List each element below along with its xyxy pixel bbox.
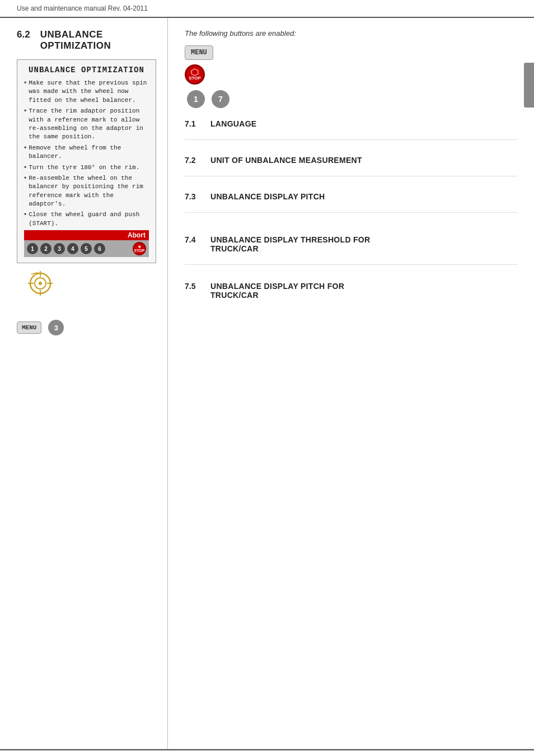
- left-column: 6.2 UNBALANCE OPTIMIZATION UNBALANCE OPT…: [0, 18, 168, 749]
- sub-section-72: 7.2 UNIT OF UNBALANCE MEASUREMENT: [185, 156, 517, 176]
- sub-section-74: 7.4 UNBALANCE DISPLAY THRESHOLD FORTRUCK…: [185, 235, 517, 265]
- sub-title-72: UNIT OF UNBALANCE MEASUREMENT: [210, 156, 362, 165]
- sub-heading-71: 7.1 LANGUAGE: [185, 119, 517, 128]
- circle-btn-7[interactable]: 7: [212, 90, 229, 108]
- sub-num-71: 7.1: [185, 119, 202, 128]
- num-circle-1[interactable]: 1: [27, 243, 38, 254]
- sub-heading-74: 7.4 UNBALANCE DISPLAY THRESHOLD FORTRUCK…: [185, 235, 517, 253]
- sub-num-72: 7.2: [185, 156, 202, 165]
- menu-button-right[interactable]: MENU: [185, 45, 213, 60]
- svg-marker-7: [191, 69, 198, 76]
- right-column: The following buttons are enabled: MENU …: [168, 18, 534, 749]
- header-text: Use and maintenance manual Rev. 04-2011: [17, 4, 148, 12]
- screen-box: UNBALANCE OPTIMIZATION Make sure that th…: [17, 59, 156, 263]
- bullet-item: Turn the tyre 180° on the rim.: [24, 164, 149, 172]
- sub-section-73: 7.3 UNBALANCE DISPLAY PITCH: [185, 192, 517, 213]
- sub-heading-72: 7.2 UNIT OF UNBALANCE MEASUREMENT: [185, 156, 517, 165]
- sub-num-74: 7.4: [185, 235, 202, 244]
- side-tab: [524, 63, 534, 108]
- sub-num-73: 7.3: [185, 192, 202, 201]
- page-header: Use and maintenance manual Rev. 04-2011: [0, 0, 534, 18]
- stop-btn-strip[interactable]: ★STOP: [133, 242, 146, 255]
- circle-btn-1[interactable]: 1: [187, 90, 205, 108]
- stop-label: STOP: [189, 76, 201, 81]
- target-icon-wrap: [28, 271, 156, 297]
- target-icon: [28, 271, 53, 296]
- num-circle-6[interactable]: 6: [94, 243, 105, 254]
- section-title-62: UNBALANCE OPTIMIZATION: [40, 29, 156, 52]
- stop-icon: [191, 68, 199, 76]
- svg-point-2: [39, 282, 42, 285]
- sub-heading-73: 7.3 UNBALANCE DISPLAY PITCH: [185, 192, 517, 201]
- abort-bar[interactable]: Abort: [24, 230, 149, 240]
- num-circle-3[interactable]: 3: [54, 243, 65, 254]
- stop-inner: STOP: [189, 68, 201, 81]
- num-circle-5[interactable]: 5: [81, 243, 92, 254]
- sub-title-75: UNBALANCE DISPLAY PITCH FORTRUCK/CAR: [210, 282, 344, 300]
- section-num-62: 6.2: [17, 29, 30, 40]
- bullet-item: Make sure that the previous spin was mad…: [24, 79, 149, 105]
- section-heading-62: 6.2 UNBALANCE OPTIMIZATION: [17, 29, 156, 52]
- sub-title-71: LANGUAGE: [210, 119, 257, 128]
- page-footer: [0, 749, 534, 756]
- stop-button[interactable]: STOP: [185, 64, 205, 85]
- abort-label: Abort: [128, 231, 146, 239]
- sub-title-73: UNBALANCE DISPLAY PITCH: [210, 192, 325, 201]
- screen-title: UNBALANCE OPTIMIZATION: [24, 66, 149, 74]
- bullet-item: Remove the wheel from the balancer.: [24, 144, 149, 161]
- bullet-item: Re-assemble the wheel on the balancer by…: [24, 174, 149, 209]
- page-wrapper: Use and maintenance manual Rev. 04-2011 …: [0, 0, 534, 756]
- bullet-item: Trace the rim adaptor position with a re…: [24, 107, 149, 142]
- sub-num-75: 7.5: [185, 282, 202, 291]
- bullet-item: Close the wheel guard and push (START).: [24, 211, 149, 228]
- menu-row: MENU 3: [17, 320, 156, 335]
- sub-section-71: 7.1 LANGUAGE: [185, 119, 517, 140]
- number-strip: 123456★STOP: [24, 240, 149, 257]
- sub-title-74: UNBALANCE DISPLAY THRESHOLD FORTRUCK/CAR: [210, 235, 370, 253]
- sub-heading-75: 7.5 UNBALANCE DISPLAY PITCH FORTRUCK/CAR: [185, 282, 517, 300]
- menu-num-circle: 3: [48, 320, 64, 335]
- sub-section-75: 7.5 UNBALANCE DISPLAY PITCH FORTRUCK/CAR: [185, 282, 517, 311]
- circle-buttons-row: 1 7: [185, 90, 517, 108]
- num-circle-2[interactable]: 2: [40, 243, 51, 254]
- main-content: 6.2 UNBALANCE OPTIMIZATION UNBALANCE OPT…: [0, 18, 534, 749]
- bullet-list: Make sure that the previous spin was mad…: [24, 79, 149, 228]
- num-circle-4[interactable]: 4: [67, 243, 78, 254]
- menu-button-left[interactable]: MENU: [17, 321, 41, 334]
- right-intro: The following buttons are enabled:: [185, 29, 517, 38]
